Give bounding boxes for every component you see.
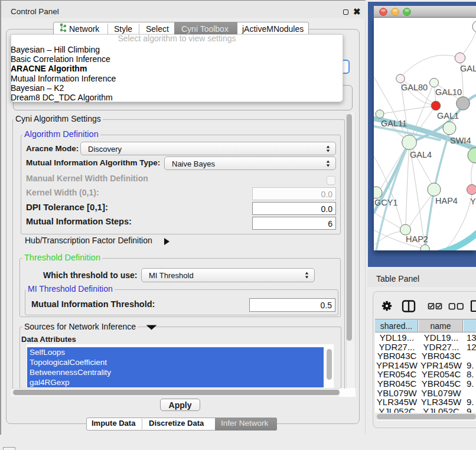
svg-text:GAL1: GAL1 bbox=[437, 111, 459, 120]
svg-text:GAL2: GAL2 bbox=[460, 64, 476, 73]
svg-text:YE: YE bbox=[470, 197, 476, 206]
svg-text:GCY1: GCY1 bbox=[374, 198, 398, 207]
svg-text:HAP2: HAP2 bbox=[406, 234, 428, 244]
svg-text:SWI4: SWI4 bbox=[450, 136, 471, 145]
svg-text:GAL80: GAL80 bbox=[401, 83, 428, 92]
svg-text:HAP4: HAP4 bbox=[435, 196, 458, 206]
svg-text:GAL4: GAL4 bbox=[410, 150, 432, 159]
svg-text:GAL10: GAL10 bbox=[435, 87, 462, 97]
svg-text:GAL11: GAL11 bbox=[381, 119, 407, 128]
